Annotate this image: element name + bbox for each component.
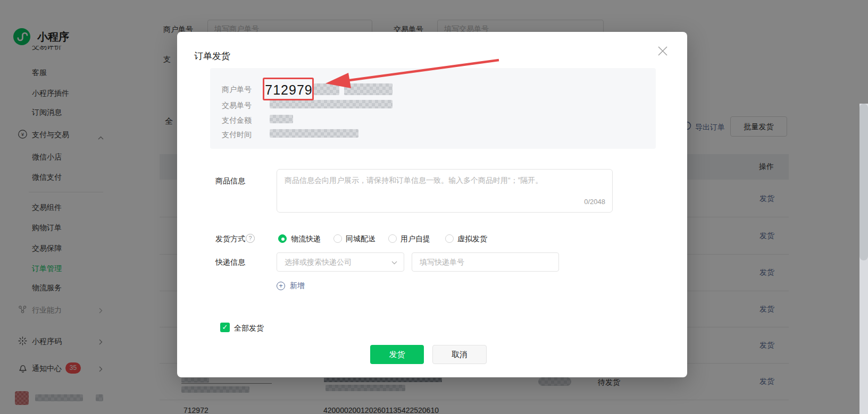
confirm-ship-button[interactable]: 发货	[370, 345, 424, 364]
scrollbar-thumb[interactable]	[859, 104, 868, 260]
radio-intracity-delivery[interactable]	[333, 234, 342, 243]
ship-all-checkbox[interactable]: ✓	[220, 323, 230, 332]
amount-redacted	[270, 115, 293, 123]
ship-all-label[interactable]: 全部发货	[234, 324, 264, 333]
radio-express-delivery-label[interactable]: 物流快递	[291, 234, 321, 244]
trade-no-label: 交易单号	[222, 101, 252, 111]
dialog-title: 订单发货	[194, 50, 230, 62]
radio-intracity-delivery-label[interactable]: 同城配送	[346, 234, 375, 244]
amount-label: 支付金额	[222, 116, 252, 125]
goods-info-textarea[interactable]	[277, 169, 613, 213]
radio-self-pickup[interactable]	[388, 234, 397, 243]
close-icon[interactable]	[656, 45, 672, 61]
goods-info-label: 商品信息	[215, 176, 245, 186]
radio-express-delivery[interactable]	[278, 234, 287, 243]
radio-virtual-shipping-label[interactable]: 虚拟发货	[457, 234, 487, 244]
char-counter: 0/2048	[277, 198, 613, 206]
plus-circle-icon: +	[277, 282, 285, 290]
radio-virtual-shipping[interactable]	[445, 234, 454, 243]
radio-self-pickup-label[interactable]: 用户自提	[400, 234, 430, 244]
wechat-miniprogram-console: 小程序 交易评价 客服 小程序插件 订阅消息 ¥ 支付与交易 微信小店 微信支付…	[0, 0, 868, 414]
merchant-no-label: 商户单号	[222, 85, 252, 95]
cancel-button[interactable]: 取消	[432, 345, 487, 364]
courier-company-placeholder: 选择或搜索快递公司	[285, 258, 352, 267]
trade-no-redacted	[270, 100, 393, 108]
tracking-number-input[interactable]	[412, 252, 559, 272]
add-courier-link[interactable]: + 新增	[277, 281, 314, 291]
annotation-highlight-box	[263, 78, 314, 100]
pay-time-redacted	[270, 129, 358, 138]
pay-time-label: 支付时间	[222, 130, 252, 140]
scrollbar[interactable]	[859, 104, 868, 414]
chevron-down-icon	[391, 261, 397, 265]
merchant-no-redacted	[314, 83, 339, 95]
add-courier-label: 新增	[290, 281, 305, 291]
help-icon[interactable]: ?	[246, 234, 255, 243]
ship-method-label: 发货方式	[215, 234, 245, 244]
order-ship-dialog: 订单发货 商户单号 交易单号 支付金额 支付时间 712979 商品信息 0/2…	[177, 32, 687, 377]
courier-company-select[interactable]: 选择或搜索快递公司	[277, 252, 404, 272]
express-info-label: 快递信息	[215, 258, 245, 267]
merchant-no-redacted-2	[344, 83, 393, 95]
